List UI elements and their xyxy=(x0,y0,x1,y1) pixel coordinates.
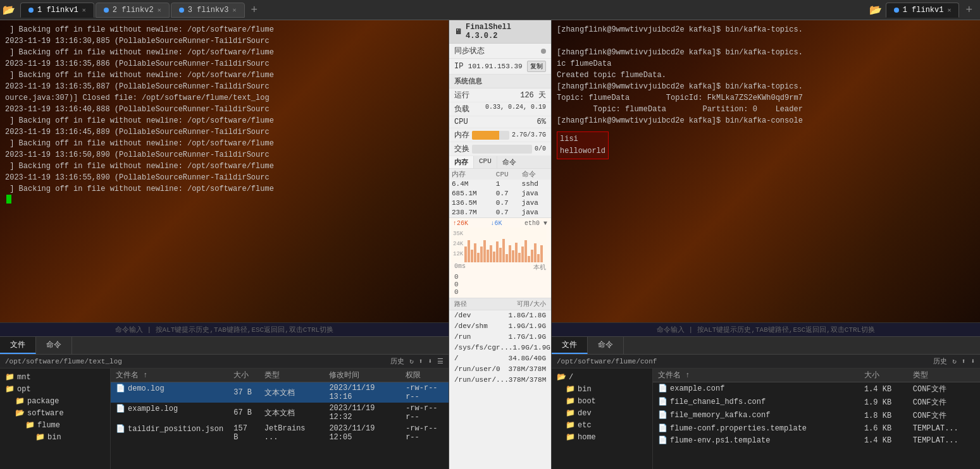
col-filename[interactable]: 文件名 ↑ xyxy=(111,368,228,382)
history-btn[interactable]: 历史 xyxy=(390,356,404,366)
right-col-filename[interactable]: 文件名 ↑ xyxy=(653,368,859,382)
right-file-tab-commands[interactable]: 命令 xyxy=(588,337,624,354)
svg-rect-10 xyxy=(487,250,489,262)
svg-rect-5 xyxy=(471,250,473,262)
tab-close-icon[interactable]: ✕ xyxy=(158,6,161,14)
file-tab-files[interactable]: 文件 xyxy=(0,337,36,354)
table-row[interactable]: 📄 flume-conf.properties.template 1.6 KB … xyxy=(653,422,980,434)
table-row[interactable]: 📄 example.log 67 B 文本文档 2023/11/19 12:32… xyxy=(111,403,449,423)
ip-label: IP xyxy=(454,62,463,71)
svg-rect-3 xyxy=(464,247,467,262)
svg-rect-17 xyxy=(509,245,511,262)
tree-item[interactable]: 📂 / xyxy=(552,371,652,383)
load-value: 0.33, 0.24, 0.19 xyxy=(485,104,546,114)
svg-rect-4 xyxy=(468,240,470,262)
refresh-icon[interactable]: ↻ xyxy=(409,357,414,365)
col-size: 大小 xyxy=(228,368,259,382)
tab-right-flinkv1[interactable]: 1 flinkv1 ✕ xyxy=(886,3,960,18)
right-download-icon[interactable]: ⬇ xyxy=(971,357,975,365)
svg-rect-21 xyxy=(521,247,524,262)
tree-item[interactable]: 📁 mnt xyxy=(0,371,110,383)
add-right-tab-button[interactable]: + xyxy=(960,3,977,16)
tree-item[interactable]: 📁 flume xyxy=(0,419,110,431)
disk-row: /run/user/...378M/378M xyxy=(449,375,551,386)
tree-item[interactable]: 📁 opt xyxy=(0,383,110,395)
table-row[interactable]: 📄 example.conf 1.4 KB CONF文件 xyxy=(653,382,980,396)
disk-row: /run1.7G/1.9G xyxy=(449,332,551,343)
network-chart: ↑26K ↓6K eth0 ▼ 35K 24K 12K xyxy=(449,218,551,298)
tab-flinkv3[interactable]: 3 flinkv3 ✕ xyxy=(171,3,245,18)
disk-row: /dev1.8G/1.8G xyxy=(449,310,551,321)
table-row[interactable]: 📄 flume-env.ps1.template 1.4 KB TEMPLAT.… xyxy=(653,434,980,446)
file-table: 文件名 ↑ 大小 类型 修改时间 权限 📄 demo.log 37 B xyxy=(111,368,449,469)
tree-item[interactable]: 📁 package xyxy=(0,395,110,407)
net-down: ↓6K xyxy=(490,220,502,227)
right-terminal-line: Topic: flumeData TopicId: FkMLka7ZS2eKWh… xyxy=(557,92,975,104)
left-terminal-status-bar: 命令输入 | 按ALT键提示历史,TAB键路径,ESC返回回,双击CTRL切换 xyxy=(0,322,449,336)
terminal-line: ] Backing off in file without newline: /… xyxy=(5,47,443,58)
file-tree: 📁 mnt 📁 opt 📁 package 📂 software 📁 flume xyxy=(0,368,111,469)
terminal-line: 2023-11-19 13:16:30,885 (PollableSourceR… xyxy=(5,35,443,47)
cpu-tab[interactable]: CPU xyxy=(474,156,497,168)
mem-tab[interactable]: 内存 xyxy=(449,156,474,168)
right-upload-icon[interactable]: ⬆ xyxy=(962,357,966,365)
right-file-tree: 📂 / 📁 bin 📁 boot 📁 dev 📁 etc xyxy=(552,368,653,469)
tab-label: 1 flinkv1 xyxy=(37,6,78,15)
svg-rect-8 xyxy=(480,247,483,262)
add-tab-button[interactable]: + xyxy=(246,3,263,16)
tab-close-icon[interactable]: ✕ xyxy=(233,6,237,14)
net-up: ↑26K xyxy=(453,220,468,227)
svg-rect-7 xyxy=(477,253,480,262)
right-terminal-line: [zhangflink@9wmwtivvjuibcd2e kafka]$ bin… xyxy=(557,81,975,92)
more-icon[interactable]: ☰ xyxy=(437,357,443,365)
svg-rect-15 xyxy=(502,239,505,262)
table-row[interactable]: 📄 demo.log 37 B 文本文档 2023/11/19 13:16 -r… xyxy=(111,382,449,403)
col-perm: 权限 xyxy=(400,368,449,382)
right-terminal-line: ic flumeData xyxy=(557,58,975,70)
right-tab-close-icon[interactable]: ✕ xyxy=(947,6,951,14)
terminal-line: 2023-11-19 13:16:55,890 (PollableSourceR… xyxy=(5,172,443,183)
right-refresh-icon[interactable]: ↻ xyxy=(952,357,957,365)
swap-label: 交换 xyxy=(454,143,469,154)
download-icon[interactable]: ⬇ xyxy=(428,357,432,365)
tree-item[interactable]: 📁 boot xyxy=(552,395,652,407)
tree-item[interactable]: 📁 home xyxy=(552,431,652,443)
svg-rect-11 xyxy=(490,245,492,262)
ping-time: 0ms xyxy=(454,263,466,272)
disk-row: /sys/fs/cgr...1.9G/1.9G xyxy=(449,343,551,353)
table-row[interactable]: 📄 taildir_position.json 157 B JetBrains … xyxy=(111,423,449,443)
tree-item[interactable]: 📁 dev xyxy=(552,407,652,419)
tree-item[interactable]: 📁 etc xyxy=(552,419,652,431)
tree-item[interactable]: 📂 software xyxy=(0,407,110,419)
svg-rect-26 xyxy=(537,254,540,262)
file-path: /opt/software/flume/text_log xyxy=(5,358,122,365)
svg-rect-18 xyxy=(512,250,514,262)
col-type: 类型 xyxy=(259,368,325,382)
tab-flinkv2[interactable]: 2 flinkv2 ✕ xyxy=(96,3,170,18)
tab-close-icon[interactable]: ✕ xyxy=(82,6,86,14)
right-history-btn[interactable]: 历史 xyxy=(933,356,947,366)
right-terminal-line: Created topic flumeData. xyxy=(557,70,975,81)
tree-item[interactable]: 📁 bin xyxy=(552,383,652,395)
tab-label: 2 flinkv2 xyxy=(113,6,154,15)
cmd-tab[interactable]: 命令 xyxy=(497,156,521,168)
ping-host: 本机 xyxy=(533,263,546,272)
terminal-line: ] Backing off in file without newline: /… xyxy=(5,24,443,35)
cpu-value: 6% xyxy=(537,118,546,126)
copy-ip-button[interactable]: 复制 xyxy=(527,61,546,72)
right-terminal-line: Topic: flumeData Partition: 0 Leader xyxy=(557,104,975,115)
upload-icon[interactable]: ⬆ xyxy=(419,357,423,365)
svg-text:35K: 35K xyxy=(453,231,464,237)
selected-output-line2: helloworld xyxy=(560,145,605,157)
file-tab-commands[interactable]: 命令 xyxy=(36,337,72,354)
terminal-line: 2023-11-19 13:16:35,886 (PollableSourceR… xyxy=(5,58,443,70)
table-row[interactable]: 📄 file_memory_kafka.conf 1.8 KB CONF文件 xyxy=(653,409,980,422)
right-file-tab-files[interactable]: 文件 xyxy=(552,337,588,354)
runtime-value: 126 天 xyxy=(520,90,546,100)
tree-item[interactable]: 📁 bin xyxy=(0,431,110,443)
ip-value: 101.91.153.39 xyxy=(468,63,523,70)
terminal-cursor xyxy=(6,195,11,204)
system-info-header: 🖥 FinalShell 4.3.0.2 xyxy=(449,20,551,44)
tab-flinkv1[interactable]: 1 flinkv1 ✕ xyxy=(20,3,94,18)
table-row[interactable]: 📄 file_chanel_hdfs.conf 1.9 KB CONF文件 xyxy=(653,396,980,409)
